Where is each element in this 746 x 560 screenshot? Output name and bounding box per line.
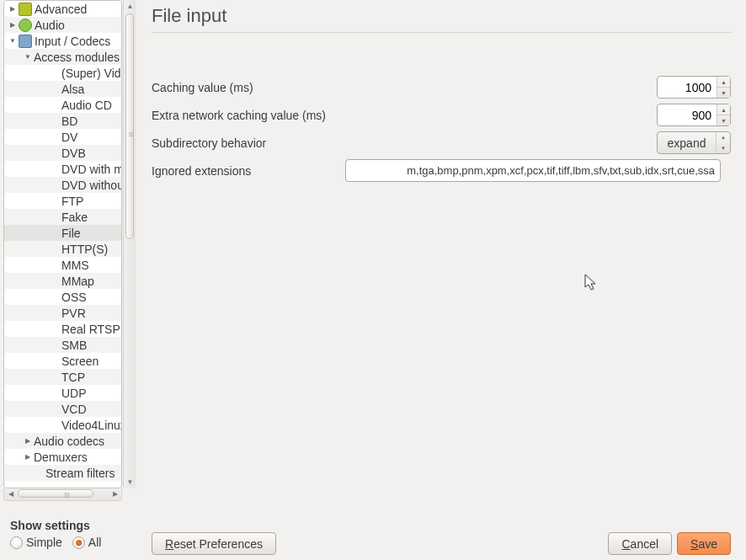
tree-item[interactable]: BD: [4, 113, 121, 129]
tree-item[interactable]: ▶Advanced: [4, 1, 121, 17]
tree-item[interactable]: FTP: [4, 193, 121, 209]
tree-item-label: Audio: [35, 19, 65, 32]
caching-spinbox[interactable]: ▲ ▼: [657, 76, 731, 99]
tree-item[interactable]: PVR: [4, 305, 121, 321]
tree-item-label: BD: [61, 115, 77, 128]
save-button[interactable]: Save: [677, 532, 731, 555]
extra-caching-input[interactable]: [658, 104, 717, 125]
expander-closed-icon[interactable]: ▶: [23, 436, 33, 446]
expander-open-icon[interactable]: ▼: [23, 52, 33, 62]
tree-item[interactable]: HTTP(S): [4, 241, 121, 257]
caching-step-down[interactable]: ▼: [717, 88, 730, 98]
tree-item-label: Access modules: [34, 51, 120, 64]
scroll-up-button[interactable]: ▲: [124, 0, 136, 13]
extra-step-down[interactable]: ▼: [717, 115, 730, 125]
tree-item-label: VCD: [61, 403, 87, 416]
tree-item[interactable]: ▶Audio: [4, 17, 121, 33]
caching-input[interactable]: [658, 77, 717, 98]
tree-item[interactable]: MMS: [4, 257, 121, 273]
tree-item[interactable]: VCD: [4, 401, 121, 417]
horizontal-scroll-thumb[interactable]: [18, 489, 93, 498]
tree-item-label: (Super) Video CD: [61, 67, 121, 80]
expander-none-icon: [35, 468, 45, 478]
tree-item[interactable]: Real RTSP: [4, 321, 121, 337]
tree-item[interactable]: Video4Linux: [4, 417, 121, 433]
tree-item-label: MMS: [61, 259, 89, 272]
all-radio-label: All: [88, 536, 102, 549]
tree-item-label: Alsa: [61, 83, 84, 96]
separator: [152, 32, 731, 33]
expander-closed-icon[interactable]: ▶: [8, 20, 18, 30]
tree-item-label: Screen: [61, 355, 99, 368]
extra-caching-label: Extra network caching value (ms): [152, 109, 657, 122]
tree-item-label: Video4Linux: [61, 419, 121, 432]
scroll-left-button[interactable]: ◀: [4, 488, 17, 499]
tree-item[interactable]: Stream filters: [4, 465, 121, 481]
tree-item[interactable]: DVD without menus: [4, 177, 121, 193]
tree-item-label: DVB: [61, 147, 86, 160]
tree-horizontal-scrollbar[interactable]: ◀ ▶: [3, 488, 122, 501]
tree-item-label: DVD without menus: [61, 179, 121, 192]
expander-closed-icon[interactable]: ▶: [8, 4, 18, 14]
tree-item[interactable]: Audio CD: [4, 97, 121, 113]
all-radio[interactable]: All: [72, 536, 102, 549]
tree-item-label: Audio codecs: [34, 435, 104, 448]
tree-item-label: Demuxers: [34, 451, 88, 464]
scroll-down-button[interactable]: ▼: [124, 476, 136, 488]
tree-item[interactable]: DV: [4, 129, 121, 145]
tree-item-label: UDP: [61, 387, 87, 400]
ignored-label: Ignored extensions: [152, 164, 345, 178]
scroll-right-button[interactable]: ▶: [109, 488, 121, 499]
subdir-value: expand: [658, 136, 716, 150]
caching-step-up[interactable]: ▲: [717, 77, 730, 88]
tree-item-label: OSS: [61, 291, 87, 304]
tree-item[interactable]: UDP: [4, 385, 121, 401]
combo-arrow-up-icon: ▲: [717, 132, 730, 143]
panel-title: File input: [152, 5, 731, 27]
tree-item-label: File: [61, 227, 81, 240]
tree-item[interactable]: OSS: [4, 289, 121, 305]
cancel-button[interactable]: Cancel: [608, 532, 672, 555]
expander-open-icon[interactable]: ▼: [8, 36, 18, 46]
tree-item[interactable]: ▼Access modules: [4, 49, 121, 65]
ignored-extensions-input[interactable]: [345, 159, 721, 182]
tree-item-label: DV: [61, 131, 77, 144]
tree-item[interactable]: Fake: [4, 209, 121, 225]
tree-item-label: PVR: [61, 307, 86, 320]
tree-item-label: Audio CD: [61, 99, 112, 112]
subdir-combobox[interactable]: expand ▲ ▼: [657, 131, 731, 154]
tree-item-label: MMap: [61, 275, 94, 288]
subdir-label: Subdirectory behavior: [152, 136, 657, 150]
extra-caching-spinbox[interactable]: ▲ ▼: [657, 104, 731, 126]
tree-item-label: TCP: [61, 371, 85, 384]
tree-item[interactable]: ▼Input / Codecs: [4, 33, 121, 49]
extra-step-up[interactable]: ▲: [717, 104, 730, 115]
vertical-scroll-thumb[interactable]: [125, 13, 134, 239]
audio-icon: [19, 19, 32, 32]
tree-item[interactable]: MMap: [4, 273, 121, 289]
tree-item-label: FTP: [61, 195, 83, 208]
tree-item-label: Fake: [61, 211, 88, 224]
show-settings-label: Show settings: [10, 519, 101, 532]
simple-radio-label: Simple: [26, 536, 62, 549]
simple-radio[interactable]: Simple: [10, 536, 62, 549]
tree-vertical-scrollbar[interactable]: ▲ ▼: [123, 0, 136, 488]
reset-preferences-button[interactable]: Reset Preferences: [152, 532, 276, 555]
tree-item[interactable]: SMB: [4, 337, 121, 353]
show-settings-group: Show settings Simple All: [10, 519, 101, 549]
radio-on-icon: [72, 536, 85, 549]
tree-item[interactable]: ▶Audio codecs: [4, 433, 121, 449]
tree-item-label: Input / Codecs: [35, 35, 110, 48]
tree-item[interactable]: File: [4, 225, 121, 241]
expander-closed-icon[interactable]: ▶: [23, 452, 33, 462]
tree-item-label: Advanced: [35, 3, 87, 16]
tree-item[interactable]: DVB: [4, 145, 121, 161]
tree-item-label: Stream filters: [45, 467, 115, 480]
tree-item[interactable]: TCP: [4, 369, 121, 385]
tree-item[interactable]: ▶Demuxers: [4, 449, 121, 465]
tree-item[interactable]: Screen: [4, 353, 121, 369]
tree-item[interactable]: DVD with menus: [4, 161, 121, 177]
tree-item[interactable]: Alsa: [4, 81, 121, 97]
preferences-tree[interactable]: ▶Advanced▶Audio▼Input / Codecs▼Access mo…: [3, 0, 122, 488]
tree-item[interactable]: (Super) Video CD: [4, 65, 121, 81]
